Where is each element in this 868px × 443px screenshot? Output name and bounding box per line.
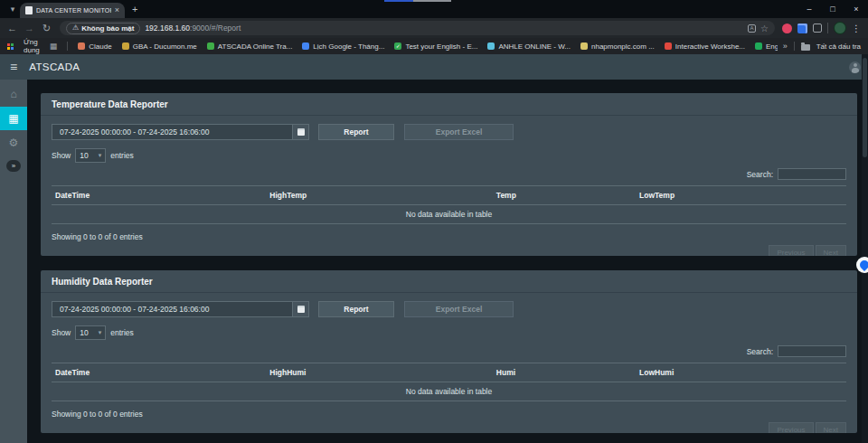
bookmark-item[interactable]: ATSCADA Online Tra... <box>207 42 293 51</box>
tab-close-icon[interactable]: × <box>115 6 119 14</box>
bookmark-item[interactable]: Claude <box>78 42 111 51</box>
user-avatar-icon[interactable] <box>849 61 861 73</box>
export-excel-button[interactable]: Export Excel <box>404 301 514 317</box>
hamburger-menu-icon[interactable]: ≡ <box>10 61 17 73</box>
apps-grid-icon[interactable] <box>7 43 14 50</box>
scrollbar-thumb[interactable] <box>863 58 867 157</box>
extensions-icon[interactable] <box>813 24 822 33</box>
search-row: Search: <box>41 163 857 180</box>
column-header[interactable]: LowHumi <box>636 363 846 382</box>
bookmark-favicon-icon <box>207 42 214 50</box>
search-input[interactable] <box>778 345 846 357</box>
column-header[interactable]: DateTime <box>52 363 266 382</box>
search-row: Search: <box>41 340 857 357</box>
sidebar-collapse-button[interactable]: » <box>6 160 21 172</box>
chat-icon <box>858 259 868 271</box>
bookmark-favicon-icon <box>755 42 762 50</box>
bookmark-favicon-icon <box>122 42 129 50</box>
tab-search-icon[interactable]: ▾ <box>6 5 19 14</box>
browser-tab[interactable]: DATA CENTER MONITORING S × <box>20 3 125 18</box>
page-size-select[interactable]: 10 ▾ <box>75 148 106 163</box>
previous-button[interactable]: Previous <box>769 245 813 256</box>
date-range-group <box>52 301 309 317</box>
minimize-button[interactable]: – <box>797 0 821 18</box>
bookmark-item[interactable]: English Grammar Ex... <box>755 42 778 51</box>
sidebar-item-home[interactable]: ⌂ <box>10 86 16 102</box>
pagination: Previous Next <box>41 241 857 256</box>
previous-button[interactable]: Previous <box>769 422 813 433</box>
address-bar[interactable]: ⚠ Không bảo mật 192.168.1.60:9000/#/Repo… <box>60 21 775 35</box>
empty-table-message: No data available in table <box>52 382 846 401</box>
page-size-select[interactable]: 10 ▾ <box>75 325 106 340</box>
entries-label: entries <box>110 328 134 337</box>
bookmark-favicon-icon <box>302 42 309 50</box>
new-tab-button[interactable]: + <box>132 4 137 14</box>
report-table-icon: ▦ <box>8 110 18 127</box>
page-scrollbar[interactable] <box>862 54 868 443</box>
next-button[interactable]: Next <box>816 245 846 256</box>
app-brand: ATSCADA <box>29 61 80 72</box>
date-range-input[interactable] <box>52 301 292 317</box>
calendar-icon <box>297 306 305 313</box>
page-size-row: Show 10 ▾ entries <box>41 317 857 340</box>
column-header[interactable]: HighHumi <box>266 363 493 382</box>
bookmarks-bar: Ứng dụng ▦ Claude GBA - Ducumon.me ATSCA… <box>0 38 868 54</box>
bookmarks-overflow-icon[interactable]: » <box>783 42 788 51</box>
content-area: Temperature Data Reporter Report Export … <box>27 80 868 443</box>
entries-summary: Showing 0 to 0 of 0 entries <box>41 224 857 241</box>
bookmarks-divider <box>67 42 68 51</box>
bookmark-item[interactable]: nhapmonplc.com ... <box>580 42 655 51</box>
column-header[interactable]: Temp <box>493 186 636 205</box>
report-controls: Report Export Excel <box>41 293 857 317</box>
search-label: Search: <box>747 347 773 356</box>
url-text: 192.168.1.60:9000/#/Report <box>145 24 743 33</box>
bookmark-item[interactable]: ANHLE ONLINE - W... <box>487 42 571 51</box>
column-header[interactable]: HighTemp <box>266 186 493 205</box>
bookmarks-list: Ứng dụng ▦ Claude GBA - Ducumon.me ATSCA… <box>7 38 778 54</box>
calendar-button[interactable] <box>292 124 309 140</box>
restore-button[interactable]: □ <box>821 0 844 18</box>
panel-title: Temperature Data Reporter <box>41 93 857 116</box>
column-header[interactable]: Humi <box>493 363 636 382</box>
panel-title: Humidity Data Reporter <box>41 270 857 293</box>
browser-menu-icon[interactable]: ⋮ <box>852 24 862 33</box>
bookmark-star-icon[interactable]: ☆ <box>760 24 769 33</box>
humidity-report-panel: Humidity Data Reporter Report Export Exc… <box>41 270 857 433</box>
bookmark-item[interactable]: Interactive Workshe... <box>665 42 745 51</box>
search-input[interactable] <box>778 168 846 180</box>
sidebar-item-settings[interactable]: ⚙ <box>9 135 19 151</box>
tab-favicon-icon <box>25 6 33 14</box>
date-range-group <box>52 124 309 140</box>
close-button[interactable]: × <box>844 0 868 18</box>
report-button[interactable]: Report <box>318 124 394 140</box>
bookmark-favicon-icon <box>487 42 495 50</box>
temperature-report-panel: Temperature Data Reporter Report Export … <box>41 93 857 256</box>
reload-icon[interactable]: ↻ <box>41 23 52 34</box>
profile-avatar[interactable] <box>834 22 846 34</box>
entries-label: entries <box>110 151 134 160</box>
calendar-button[interactable] <box>292 301 309 317</box>
apps-label[interactable]: Ứng dụng <box>24 38 40 54</box>
back-icon[interactable]: ← <box>6 23 18 33</box>
bookmark-item[interactable]: Lịch Google - Tháng... <box>302 42 384 51</box>
column-header[interactable]: DateTime <box>52 186 266 205</box>
bookmark-item[interactable]: GBA - Ducumon.me <box>122 42 197 51</box>
report-button[interactable]: Report <box>318 301 394 317</box>
sidebar-item-report-active[interactable]: ▦ <box>0 107 27 130</box>
translate-icon[interactable]: A <box>748 24 756 33</box>
page-size-row: Show 10 ▾ entries <box>41 140 857 163</box>
extension-icon-blue[interactable] <box>797 24 807 33</box>
reading-list-icon[interactable]: ▦ <box>50 42 58 51</box>
column-header[interactable]: LowTemp <box>636 186 846 205</box>
next-button[interactable]: Next <box>816 422 846 433</box>
extension-icon-red[interactable] <box>782 24 792 33</box>
bookmark-favicon-icon <box>580 42 588 50</box>
table-row: No data available in table <box>52 205 846 224</box>
security-chip[interactable]: ⚠ Không bảo mật <box>66 23 140 34</box>
entries-summary: Showing 0 to 0 of 0 entries <box>41 401 857 419</box>
export-excel-button[interactable]: Export Excel <box>404 124 514 140</box>
all-bookmarks-label[interactable]: Tất cả dấu tra <box>816 42 861 51</box>
date-range-input[interactable] <box>52 124 292 140</box>
chat-widget-button[interactable] <box>856 257 868 273</box>
bookmark-item[interactable]: ✓ Test your English - E... <box>394 42 477 51</box>
